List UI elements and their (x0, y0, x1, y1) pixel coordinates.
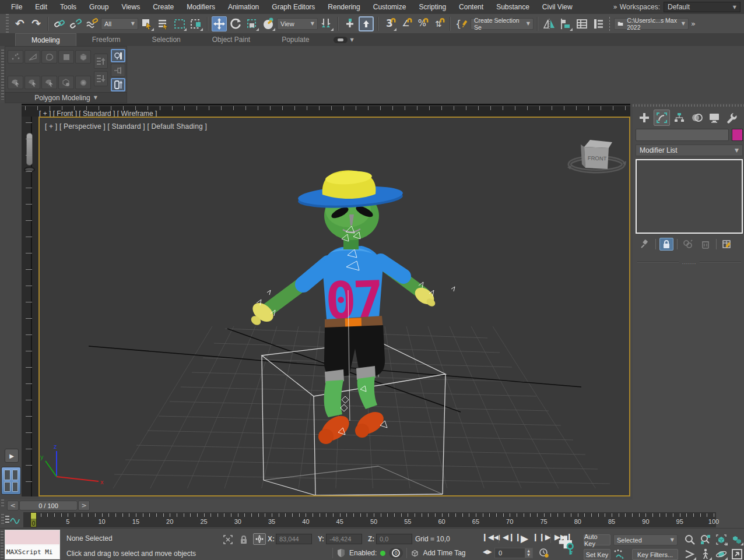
select-and-link-icon[interactable] (52, 16, 67, 31)
previous-frame-arrow[interactable]: < (7, 501, 19, 510)
selection-lock-toggle[interactable] (237, 534, 250, 545)
play-button[interactable]: ▶ (521, 533, 528, 544)
toolbar-drag-handle[interactable] (6, 14, 9, 33)
selection-lock-region-icon[interactable] (222, 534, 234, 545)
set-keys-button[interactable] (556, 533, 579, 557)
status-bar-drag-handle[interactable] (1, 531, 3, 558)
select-and-scale-button[interactable] (244, 16, 259, 31)
shield-icon[interactable] (336, 548, 346, 558)
bind-to-space-warp-icon[interactable] (85, 16, 100, 31)
spinner-snap-toggle[interactable]: ⇅ (431, 16, 446, 31)
snaps-toggle-3d[interactable]: 3 (382, 16, 397, 31)
z-coord-field[interactable]: 0,0 (376, 534, 412, 544)
configure-modifier-sets-button[interactable] (720, 238, 734, 251)
absolute-offset-mode-toggle[interactable] (253, 533, 266, 545)
preview-multi-button[interactable] (41, 76, 57, 89)
key-mode-dropdown[interactable]: Selected▼ (613, 534, 678, 545)
ribbon-drag-handle[interactable] (1, 50, 4, 100)
menu-item[interactable]: Scripting (412, 0, 452, 14)
viewport-layout-tab[interactable] (1, 467, 21, 495)
element-mode-button[interactable] (75, 50, 91, 64)
ribbon-tab[interactable]: Populate (266, 33, 325, 46)
unlink-selection-icon[interactable] (68, 16, 83, 31)
workspaces-dropdown[interactable]: Default ▼ (664, 2, 741, 12)
viewport-layout-flyout-button[interactable]: ▶ (5, 449, 19, 463)
key-filters-button[interactable]: Key Filters... (632, 549, 678, 560)
isolate-selection-toggle[interactable] (111, 78, 125, 91)
edit-named-selection-sets-button[interactable]: { (454, 16, 469, 31)
menu-item[interactable]: Civil View (536, 0, 579, 14)
menu-item[interactable]: Graph Editors (265, 0, 321, 14)
ribbon-tab[interactable]: Freeform (76, 33, 136, 46)
preview-subobject-button[interactable] (24, 76, 40, 89)
maxscript-macro-recorder[interactable] (5, 530, 59, 545)
next-frame-button[interactable]: ❙❙▶ (532, 533, 551, 541)
mini-curve-editor-button[interactable] (5, 513, 20, 529)
viewcube-top-face[interactable] (584, 140, 612, 148)
set-key-button[interactable]: Set Key (584, 549, 610, 560)
tab-display[interactable] (706, 110, 722, 126)
polygon-mode-button[interactable] (58, 50, 74, 64)
pin-stack-toggle[interactable] (111, 64, 125, 77)
modifier-list-dropdown[interactable]: Modifier List ▼ (636, 145, 743, 156)
left-viewport-sliver[interactable] (22, 117, 38, 496)
menu-overflow-icon[interactable]: » (613, 3, 616, 11)
ribbon-tab[interactable]: Selection (136, 33, 196, 46)
current-frame-spinner[interactable]: 0 ▲▼ (494, 548, 533, 558)
ribbon-tab[interactable]: Object Paint (196, 33, 266, 46)
x-coord-field[interactable]: 83,044 (276, 534, 312, 544)
edge-mode-button[interactable] (24, 50, 40, 64)
toggle-layer-explorer-button[interactable] (591, 16, 606, 31)
time-slider-handle[interactable] (1, 499, 4, 508)
vertex-mode-button[interactable] (8, 50, 23, 64)
select-and-place-button[interactable] (261, 16, 276, 31)
front-viewport-label[interactable]: [ + ] [ Front ] [ Standard ] [ Wireframe… (39, 110, 157, 117)
menu-item[interactable]: File (5, 0, 29, 14)
zoom-all-button[interactable] (699, 533, 713, 546)
zoom-extents-selected-button[interactable] (714, 533, 728, 546)
border-mode-button[interactable] (41, 50, 57, 64)
maxscript-mini-listener[interactable]: MAXScript Mi (5, 530, 60, 559)
angle-snap-toggle[interactable]: ∠ (398, 16, 413, 31)
reference-coordinate-system-dropdown[interactable]: View▼ (277, 18, 318, 30)
frame-nudge-buttons[interactable]: ◀▶ (483, 548, 492, 555)
use-pivot-point-center-button[interactable] (319, 16, 334, 31)
menu-item[interactable]: Tools (54, 0, 83, 14)
viewcube[interactable]: FRONT (567, 140, 626, 171)
show-end-result-toggle[interactable] (111, 49, 125, 62)
tab-hierarchy[interactable] (671, 110, 687, 126)
track-bar-ruler[interactable]: 5 10 15 20 25 30 35 40 45 50 55 60 (23, 512, 716, 527)
project-folder-dropdown[interactable]: C:\Users\c...s Max 2022▼ (614, 18, 689, 30)
keyboard-shortcut-override-toggle[interactable] (359, 16, 374, 31)
shaded-subobject-button[interactable] (58, 76, 74, 89)
panel-divider[interactable]: ....... (637, 259, 741, 265)
keyable-steps-icon[interactable] (613, 548, 626, 560)
menu-item[interactable]: Customize (367, 0, 413, 14)
pin-stack-button[interactable] (638, 238, 652, 251)
maxscript-listener-field[interactable]: MAXScript Mi (5, 545, 59, 559)
rectangular-selection-region-button[interactable] (172, 16, 187, 31)
orbit-button[interactable] (714, 548, 728, 560)
perspective-viewport[interactable]: 07 (38, 117, 630, 496)
select-object-button[interactable] (139, 16, 155, 31)
spinner-arrows-icon[interactable]: ▲▼ (525, 548, 532, 558)
walk-through-button[interactable] (699, 548, 713, 560)
menu-item[interactable]: Content (452, 0, 490, 14)
tab-create[interactable] (636, 110, 652, 126)
menu-item[interactable]: Rendering (321, 0, 366, 14)
tab-motion[interactable] (689, 110, 705, 126)
front-viewport-sliver[interactable]: [ + ] [ Front ] [ Standard ] [ Wireframe… (22, 106, 630, 117)
object-color-swatch[interactable] (732, 129, 743, 141)
align-button[interactable] (558, 16, 573, 31)
menu-item[interactable]: Modifiers (180, 0, 222, 14)
undo-button[interactable]: ↶ (12, 16, 27, 31)
menu-item[interactable]: Views (115, 0, 146, 14)
notification-pill[interactable]: 0 (389, 548, 403, 558)
time-slider-value[interactable]: 0 / 100 (19, 501, 78, 510)
maximize-viewport-toggle[interactable] (730, 548, 744, 560)
lock-stack-button[interactable] (659, 238, 673, 251)
selection-filter-dropdown[interactable]: All▼ (101, 18, 138, 30)
tab-utilities[interactable] (724, 110, 740, 126)
menu-item[interactable]: Substance (490, 0, 536, 14)
time-tag-cube-icon[interactable] (410, 549, 419, 558)
